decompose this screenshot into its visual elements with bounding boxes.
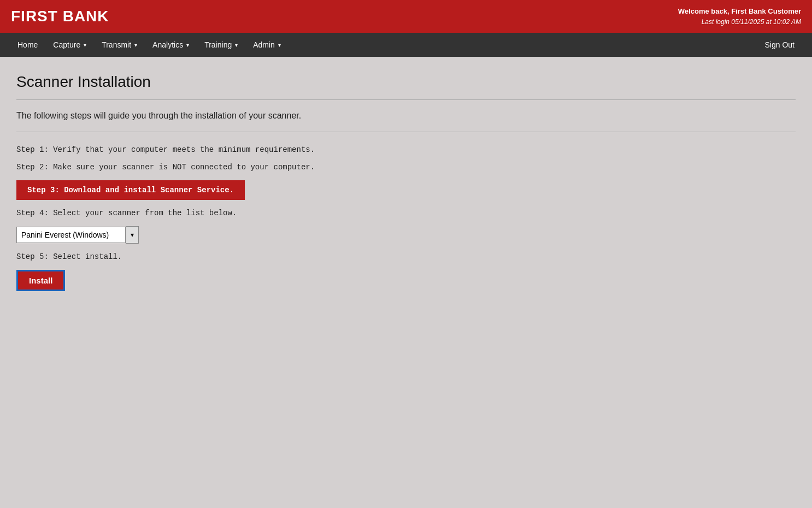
divider-2	[16, 132, 796, 132]
nav-admin-label: Admin	[253, 40, 275, 49]
navbar: Home Capture ▾ Transmit ▾ Analytics ▾ Tr…	[0, 33, 812, 57]
step2-text: Step 2: Make sure your scanner is NOT co…	[16, 163, 796, 172]
nav-items: Home Capture ▾ Transmit ▾ Analytics ▾ Tr…	[11, 36, 287, 54]
scanner-select-wrapper: Panini Everest (Windows) ▾	[16, 226, 796, 244]
capture-arrow-icon: ▾	[84, 42, 86, 48]
main-content: Scanner Installation The following steps…	[0, 57, 812, 308]
nav-home[interactable]: Home	[11, 36, 44, 54]
nav-training-label: Training	[204, 40, 232, 49]
nav-home-label: Home	[17, 40, 38, 49]
nav-transmit[interactable]: Transmit ▾	[95, 36, 144, 54]
step1-text: Step 1: Verify that your computer meets …	[16, 145, 796, 154]
nav-analytics[interactable]: Analytics ▾	[146, 36, 196, 54]
divider-1	[16, 99, 796, 100]
transmit-arrow-icon: ▾	[134, 42, 137, 48]
scanner-select[interactable]: Panini Everest (Windows)	[16, 227, 126, 243]
nav-capture[interactable]: Capture ▾	[46, 36, 93, 54]
logo: FIRST BANK	[11, 8, 109, 25]
welcome-message: Welcome back, First Bank Customer Last l…	[678, 6, 801, 27]
last-login-text: Last login 05/11/2025 at 10:02 AM	[678, 17, 801, 27]
intro-text: The following steps will guide you throu…	[16, 111, 796, 121]
header: FIRST BANK Welcome back, First Bank Cust…	[0, 0, 812, 33]
training-arrow-icon: ▾	[235, 42, 238, 48]
nav-transmit-label: Transmit	[102, 40, 131, 49]
select-arrow-icon[interactable]: ▾	[126, 226, 139, 244]
step3-download-button[interactable]: Step 3: Download and install Scanner Ser…	[16, 180, 245, 200]
install-button[interactable]: Install	[16, 270, 65, 291]
analytics-arrow-icon: ▾	[186, 42, 189, 48]
admin-arrow-icon: ▾	[278, 42, 281, 48]
page-title: Scanner Installation	[16, 73, 796, 91]
nav-training[interactable]: Training ▾	[198, 36, 244, 54]
step4-text: Step 4: Select your scanner from the lis…	[16, 209, 796, 217]
nav-capture-label: Capture	[53, 40, 80, 49]
welcome-text: Welcome back, First Bank Customer	[678, 6, 801, 17]
sign-out-button[interactable]: Sign Out	[758, 36, 801, 54]
nav-analytics-label: Analytics	[152, 40, 183, 49]
nav-admin[interactable]: Admin ▾	[246, 36, 287, 54]
step5-text: Step 5: Select install.	[16, 252, 796, 261]
